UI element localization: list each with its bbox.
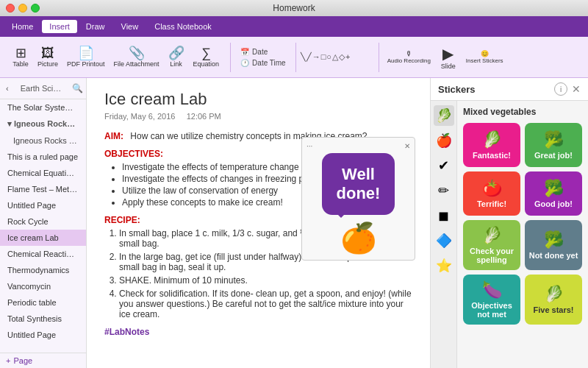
collapse-icon: ▾ [7,119,14,128]
sticker-grid-area: Mixed vegetables 🥬 Fantastic! 🥦 Great jo… [457,101,588,368]
attachment-icon: 📎 [129,46,145,60]
slide-icon: ▶ [442,45,453,63]
sidebar-item-igneous-h[interactable]: Igneous Rocks h... [0,132,86,149]
sticker-great-job[interactable]: 🥦 Great job! [525,123,582,167]
sticker-emoji-5: 🥬 [482,226,502,245]
strip-icon-square[interactable]: ◼ [434,205,454,226]
sticker-five-stars[interactable]: 🥬 Five stars! [525,275,582,325]
file-attachment-button[interactable]: 📎 File Attachment [110,44,163,70]
link-button[interactable]: 🔗 Link [165,44,188,70]
strip-icon-vegetable[interactable]: 🥬 [434,105,454,126]
slide-label: Slide [441,63,456,70]
sidebar-search-bar: ‹ Earth Science 🔍 [0,78,86,99]
sticker-panel-close-button[interactable]: ✕ [572,83,581,95]
sidebar-item-ice-cream-lab[interactable]: Ice cream Lab [0,230,86,246]
tab-class-notebook[interactable]: Class Notebook [147,20,219,33]
date-button[interactable]: 📅 Date [238,46,288,57]
sidebar-item-flame-test[interactable]: Flame Test – Metal I... [0,181,86,197]
sidebar-item-chemical-equations[interactable]: Chemical Equations [0,165,86,181]
sticker-emoji-3: 🍅 [482,179,502,198]
sidebar-item-rock-cycle[interactable]: Rock Cycle [0,213,86,230]
content-area: Ice cream Lab Friday, May 6, 2016 12:06 … [87,78,430,368]
shape-plus[interactable]: + [345,52,350,62]
clock-icon: 🕐 [240,59,249,67]
sticker-panel: Stickers i ✕ 🥬 🍎 ✔ ✏ ◼ 🔷 ⭐ Mixed vegetab… [430,78,588,368]
sticker-not-done[interactable]: 🥦 Not done yet [525,220,582,270]
shape-arrow[interactable]: → [312,52,320,62]
close-button[interactable] [6,4,15,13]
ribbon: Home Insert Draw View Class Notebook [0,16,588,37]
sticker-good-job[interactable]: 🥦 Good job! [525,171,582,216]
audio-recording-button[interactable]: 🎙 Audio Recording [384,48,434,66]
sidebar-item-untitled-2[interactable]: Untitled Page [0,327,86,343]
sticker-label-8: Five stars! [533,305,573,314]
sticker-check-spelling[interactable]: 🥬 Check your spelling [463,220,520,270]
traffic-lights [6,4,40,13]
main-layout: ‹ Earth Science 🔍 The Solar System N... … [0,78,588,368]
maximize-button[interactable] [31,4,40,13]
title-bar: Homework [0,0,588,16]
sidebar-item-vancomycin[interactable]: Vancomycin [0,278,86,294]
toolbar-group-insert: ⊞ Table 🖼 Picture 📄 PDF Printout 📎 File … [6,44,226,70]
audio-label: Audio Recording [387,57,431,64]
tab-draw[interactable]: Draw [79,20,112,33]
sticker-popup-close[interactable]: ✕ [404,142,410,150]
shape-triangle[interactable]: △ [332,52,338,62]
audio-group: 🎙 Audio Recording ▶ Slide 😊 Insert Stick… [384,43,507,72]
sidebar-item-total-synthesis[interactable]: Total Synthesis [0,311,86,327]
sidebar-item-ruled-page[interactable]: This is a ruled page [0,149,86,165]
shape-line2[interactable]: ╱ [306,52,312,62]
strip-icon-diamond[interactable]: 🔷 [434,230,454,251]
shape-rect[interactable]: □ [321,52,326,62]
sidebar-item-thermodynamics[interactable]: Thermodynamics [0,262,86,278]
well-done-bubble: Well done! [322,153,395,215]
sidebar-item-igneous-section[interactable]: ▾ Igneous Rocks Notes [0,116,86,132]
add-page-button[interactable]: + Page [0,353,86,368]
window-title: Homework [273,3,315,13]
sticker-emoji-8: 🥬 [544,285,564,304]
sidebar-item-solar-system[interactable]: The Solar System N... [0,99,86,116]
sidebar-item-untitled-1[interactable]: Untitled Page [0,197,86,213]
shape-line[interactable]: ╲ [301,52,306,62]
sticker-popup-dots[interactable]: ··· [306,142,312,150]
strip-icon-apple[interactable]: 🍎 [434,130,454,151]
datetime-button[interactable]: 🕐 Date Time [238,57,288,68]
strip-icon-star[interactable]: ⭐ [434,255,454,276]
picture-icon: 🖼 [41,46,54,60]
sidebar-item-periodic-table[interactable]: Periodic table [0,294,86,311]
search-icon[interactable]: 🔍 [72,83,83,93]
shape-circle[interactable]: ○ [326,52,331,62]
sidebar-item-chemical-reactions[interactable]: Chemical Reactions [0,246,86,262]
tab-view[interactable]: View [114,20,146,33]
datetime-group: 📅 Date 🕐 Date Time [235,46,291,68]
slide-button[interactable]: ▶ Slide [437,43,459,72]
pdf-button[interactable]: 📄 PDF Printout [63,44,109,70]
tab-insert[interactable]: Insert [42,20,77,33]
sidebar-notebook-label: Earth Science [15,81,69,96]
sticker-emoji-6: 🥦 [544,230,564,250]
picture-button[interactable]: 🖼 Picture [34,44,62,70]
sticker-objectives-not-met[interactable]: 🍆 Objectives not met [463,275,520,325]
sticker-info-button[interactable]: i [554,82,567,96]
sticker-emoji-1: 🥬 [482,130,502,149]
strip-icon-pencil[interactable]: ✏ [434,180,454,201]
sticker-fantastic[interactable]: 🥬 Fantastic! [463,123,520,167]
sticker-emoji-4: 🥦 [544,179,564,198]
tab-home[interactable]: Home [4,20,40,33]
sidebar-back-button[interactable]: ‹ [3,82,12,94]
table-label: Table [12,60,29,68]
shape-diamond[interactable]: ◇ [339,52,345,62]
well-done-text: Well done! [337,165,381,202]
sticker-popup: ··· ✕ Well done! 🍊 [301,137,415,261]
insert-stickers-button[interactable]: 😊 Insert Stickers [462,48,507,66]
table-button[interactable]: ⊞ Table [9,44,32,70]
toolbar-separator-3 [379,43,379,72]
pdf-icon: 📄 [78,46,94,60]
strip-icon-check[interactable]: ✔ [434,155,454,176]
list-item: Check for solidification. If its done- c… [119,289,412,319]
sticker-terrific[interactable]: 🍅 Terrific! [463,171,520,216]
minimize-button[interactable] [18,4,27,13]
sticker-label-5: Check your spelling [466,247,517,264]
link-label: Link [170,60,182,68]
equation-button[interactable]: ∑ Equation [190,44,223,70]
